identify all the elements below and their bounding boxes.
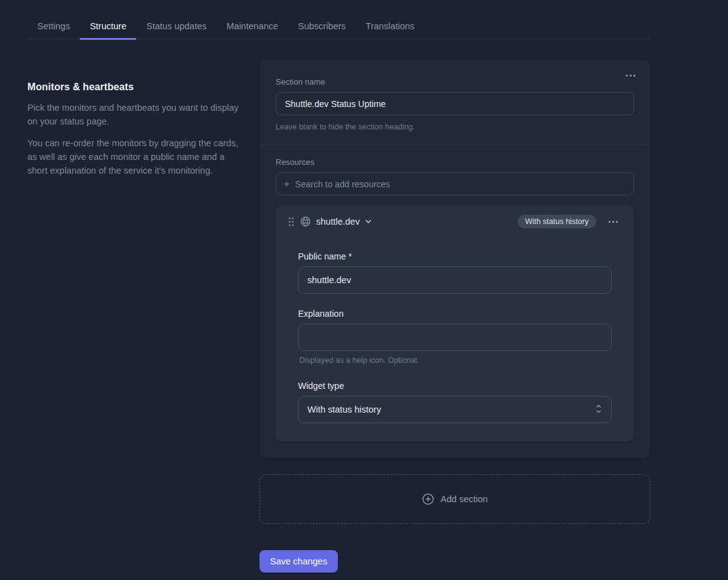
resources-block: Resources + xyxy=(259,145,650,458)
ellipsis-icon xyxy=(630,75,632,77)
resource-search-input[interactable] xyxy=(295,179,626,189)
resource-card: shuttle.dev With status history xyxy=(276,205,634,442)
widget-type-label: Widget type xyxy=(298,381,612,391)
plus-icon: + xyxy=(284,179,289,189)
public-name-label: Public name * xyxy=(298,251,612,261)
chevron-down-icon xyxy=(365,218,372,225)
explanation-input[interactable] xyxy=(298,324,612,351)
ellipsis-icon xyxy=(612,221,614,223)
ellipsis-icon xyxy=(633,75,635,77)
tab-nav: Settings Structure Status updates Mainte… xyxy=(27,0,650,39)
section-name-helper: Leave blank to hide the section heading. xyxy=(276,123,634,131)
add-section-label: Add section xyxy=(441,494,488,504)
ellipsis-icon xyxy=(626,75,628,77)
plus-circle-icon xyxy=(422,493,434,505)
main-content: Monitors & heartbeats Pick the monitors … xyxy=(0,39,728,573)
tab-translations[interactable]: Translations xyxy=(356,14,424,39)
add-section-button[interactable]: Add section xyxy=(259,474,650,524)
tab-structure[interactable]: Structure xyxy=(80,14,136,39)
resource-search[interactable]: + xyxy=(276,172,634,195)
resources-label: Resources xyxy=(276,157,634,167)
tab-settings[interactable]: Settings xyxy=(27,14,80,39)
widget-type-select[interactable]: With status history xyxy=(298,396,612,423)
intro-paragraph: You can re-order the monitors by draggin… xyxy=(27,136,239,177)
section-name-input[interactable] xyxy=(276,92,634,115)
ellipsis-icon xyxy=(616,221,618,223)
resource-card-header: shuttle.dev With status history xyxy=(288,214,622,229)
globe-icon xyxy=(300,216,311,227)
select-chevrons-icon xyxy=(595,403,602,417)
tab-bar: Settings Structure Status updates Mainte… xyxy=(0,0,728,39)
tab-maintenance[interactable]: Maintenance xyxy=(217,14,288,39)
structure-panel: Section name Leave blank to hide the sec… xyxy=(259,39,650,573)
resource-name-toggle[interactable]: shuttle.dev xyxy=(316,217,372,227)
section-name-block: Section name Leave blank to hide the sec… xyxy=(259,60,650,144)
tab-status-updates[interactable]: Status updates xyxy=(136,14,217,39)
status-page-structure-screen: Settings Structure Status updates Mainte… xyxy=(0,0,728,580)
public-name-input[interactable] xyxy=(298,266,612,294)
resource-menu-button[interactable] xyxy=(605,217,622,227)
intro-panel: Monitors & heartbeats Pick the monitors … xyxy=(27,39,239,177)
drag-handle-icon[interactable] xyxy=(288,217,294,227)
section-menu-button[interactable] xyxy=(622,71,639,80)
resource-card-body: Public name * Explanation Displayed as a… xyxy=(288,251,622,423)
ellipsis-icon xyxy=(609,221,610,223)
intro-paragraph: Pick the monitors and heartbeats you wan… xyxy=(27,101,239,128)
section-name-label: Section name xyxy=(276,77,634,87)
widget-type-badge: With status history xyxy=(518,215,596,228)
explanation-label: Explanation xyxy=(298,309,612,319)
page-title: Monitors & heartbeats xyxy=(27,82,239,93)
widget-type-value: With status history xyxy=(307,405,381,414)
explanation-helper: Displayed as a help icon. Optional. xyxy=(298,356,612,365)
tab-subscribers[interactable]: Subscribers xyxy=(288,14,356,39)
section-card: Section name Leave blank to hide the sec… xyxy=(259,60,650,458)
resource-name: shuttle.dev xyxy=(316,217,360,227)
save-changes-button[interactable]: Save changes xyxy=(259,550,338,573)
